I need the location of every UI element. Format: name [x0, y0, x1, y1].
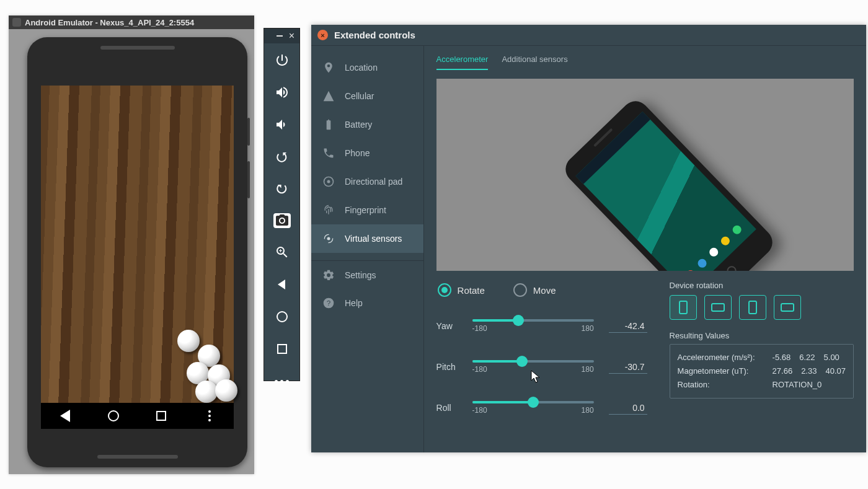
location-icon — [322, 61, 335, 74]
yaw-value[interactable]: -42.4 — [609, 320, 647, 333]
nav-recents-button[interactable] — [155, 410, 167, 422]
mode-rotate-radio[interactable]: Rotate — [438, 283, 485, 297]
roll-value[interactable]: 0.0 — [609, 402, 647, 415]
volume-up-icon[interactable] — [274, 84, 290, 100]
ball — [215, 379, 237, 402]
nav-location[interactable]: Location — [311, 53, 423, 82]
extended-controls-window: × Extended controls Location Cellular Ba… — [311, 25, 866, 452]
tab-additional-sensors[interactable]: Additional sensors — [502, 55, 567, 70]
yaw-track[interactable] — [472, 319, 594, 322]
pitch-value[interactable]: -30.7 — [609, 361, 647, 374]
pitch-slider: Pitch -180 180 -30.7 — [436, 346, 647, 387]
window-icon — [12, 18, 21, 27]
back-icon[interactable] — [274, 276, 290, 293]
extended-title: Extended controls — [334, 30, 415, 40]
close-icon[interactable]: × — [317, 30, 328, 40]
nav-dpad[interactable]: Directional pad — [311, 167, 423, 196]
yaw-thumb[interactable] — [513, 315, 524, 326]
rotation-landscape-button[interactable] — [704, 295, 732, 320]
emulator-titlebar[interactable]: Android Emulator - Nexus_4_API_24_2:5554 — [9, 15, 254, 29]
nav-label: Directional pad — [345, 177, 402, 187]
accel-y: 6.22 — [799, 351, 815, 364]
device-frame — [27, 37, 247, 467]
nav-help[interactable]: ? Help — [311, 289, 423, 317]
svg-point-0 — [277, 312, 287, 322]
extended-nav: Location Cellular Battery Phone Directio… — [311, 46, 424, 452]
radio-label: Move — [533, 285, 556, 296]
device-screen[interactable] — [41, 86, 234, 429]
extended-titlebar[interactable]: × Extended controls — [311, 25, 866, 46]
phone-icon — [322, 147, 335, 159]
slider-max: 180 — [582, 324, 594, 333]
pitch-track[interactable] — [472, 360, 594, 363]
slider-label: Roll — [436, 403, 461, 413]
extended-main: Accelerometer Additional sensors — [424, 46, 866, 452]
slider-label: Pitch — [436, 362, 461, 372]
nav-label: Battery — [345, 120, 372, 130]
slider-max: 180 — [582, 365, 594, 374]
mag-z: 40.07 — [825, 364, 846, 378]
nav-label: Fingerprint — [345, 205, 386, 215]
nav-phone[interactable]: Phone — [311, 139, 423, 167]
nav-menu-button[interactable] — [203, 410, 216, 422]
slider-min: -180 — [472, 365, 487, 374]
slider-min: -180 — [472, 406, 487, 415]
device-side-button-2 — [247, 118, 250, 146]
more-icon[interactable] — [274, 373, 290, 389]
sensor-tabs: Accelerometer Additional sensors — [436, 55, 854, 70]
device-side-button — [247, 161, 250, 198]
roll-track[interactable] — [472, 401, 594, 403]
roll-thumb[interactable] — [528, 397, 539, 408]
results-title: Resulting Values — [670, 331, 854, 340]
slider-max: 180 — [582, 406, 594, 415]
nav-label: Virtual sensors — [345, 234, 402, 244]
app-surface[interactable] — [41, 86, 234, 403]
screenshot-icon[interactable] — [273, 213, 291, 228]
nav-label: Help — [345, 298, 363, 308]
power-icon[interactable] — [274, 52, 290, 68]
side-toolbar-header: × — [264, 29, 299, 43]
tab-accelerometer[interactable]: Accelerometer — [436, 55, 489, 70]
radio-label: Rotate — [458, 285, 485, 296]
nav-fingerprint[interactable]: Fingerprint — [311, 196, 423, 224]
close-button[interactable]: × — [289, 31, 294, 41]
accel-label: Accelerometer (m/s²): — [678, 351, 768, 364]
nav-virtual-sensors[interactable]: Virtual sensors — [311, 224, 423, 253]
recents-icon[interactable] — [274, 341, 290, 357]
mode-move-radio[interactable]: Move — [513, 283, 556, 297]
roll-slider: Roll -180 180 0.0 — [436, 387, 647, 428]
rotate-left-icon[interactable] — [274, 149, 290, 165]
rot-value: ROTATION_0 — [773, 378, 822, 392]
nav-battery[interactable]: Battery — [311, 110, 423, 139]
ball — [195, 381, 218, 403]
nav-label: Phone — [345, 148, 370, 158]
device-3d-preview[interactable] — [436, 79, 854, 271]
yaw-slider: Yaw -180 180 -42.4 — [436, 306, 647, 346]
svg-text:?: ? — [327, 299, 331, 307]
dpad-icon — [322, 175, 335, 188]
zoom-icon[interactable] — [274, 244, 290, 260]
volume-down-icon[interactable] — [274, 117, 290, 133]
results-box: Accelerometer (m/s²): -5.68 6.22 5.00 Ma… — [670, 344, 854, 399]
rotate-right-icon[interactable] — [274, 181, 290, 197]
rotation-landscape-rev-button[interactable] — [774, 295, 801, 320]
home-icon[interactable] — [274, 309, 290, 325]
nav-home-button[interactable] — [107, 410, 120, 422]
cellular-icon — [322, 90, 335, 102]
fingerprint-icon — [322, 204, 335, 216]
slider-min: -180 — [472, 324, 487, 333]
device-rotation-label: Device rotation — [670, 281, 854, 290]
svg-point-4 — [327, 237, 330, 240]
results-panel: Device rotation Resulting Values Acceler… — [647, 281, 854, 428]
nav-back-button[interactable] — [59, 410, 71, 422]
rotation-portrait-button[interactable] — [670, 295, 697, 320]
pitch-thumb[interactable] — [516, 356, 528, 367]
nav-cellular[interactable]: Cellular — [311, 82, 423, 110]
rotation-portrait-rev-button[interactable] — [739, 295, 766, 320]
rot-label: Rotation: — [678, 378, 768, 392]
nav-settings[interactable]: Settings — [311, 260, 423, 289]
svg-rect-1 — [278, 345, 286, 353]
minimize-button[interactable] — [277, 35, 283, 37]
mag-x: 27.66 — [773, 364, 793, 378]
sensors-icon — [322, 232, 335, 245]
